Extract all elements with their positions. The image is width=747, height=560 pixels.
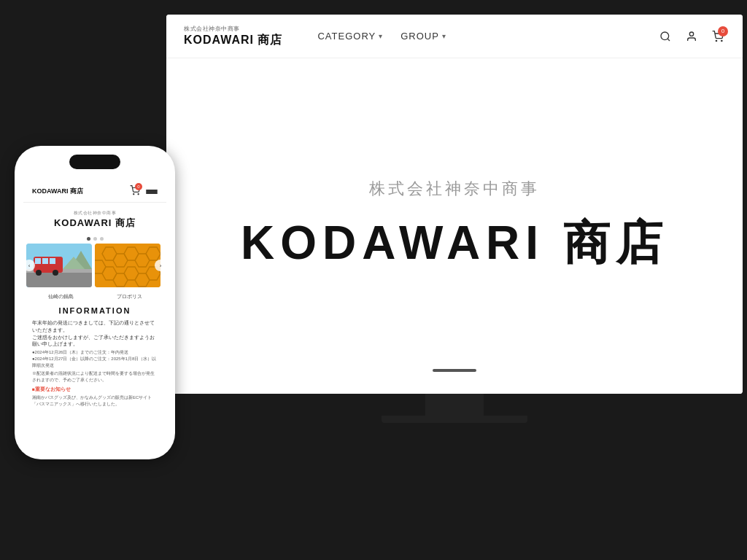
bus-image bbox=[26, 244, 92, 287]
information-main: 年末年始の発送につきましては、下記の通りとさせていただきます。 ご迷惑をおかけし… bbox=[32, 319, 158, 348]
phone-information: INFORMATION 年末年始の発送につきましては、下記の通りとさせていただき… bbox=[23, 302, 166, 412]
desktop-screen: 株式会社神奈中商事 KODAWARI 商店 CATEGORY ▾ GROUP ▾ bbox=[166, 15, 743, 394]
hero-scroll-indicator bbox=[433, 369, 476, 372]
svg-rect-12 bbox=[42, 258, 48, 264]
carousel-next-button[interactable]: › bbox=[155, 260, 166, 271]
monitor-stand bbox=[166, 394, 743, 423]
hero-subtitle: 株式会社神奈中商事 bbox=[369, 178, 540, 200]
phone-navbar: KODAWARI 商店 0 bbox=[23, 181, 166, 203]
svg-rect-11 bbox=[35, 258, 41, 264]
phone-screen: KODAWARI 商店 0 bbox=[23, 155, 166, 451]
honeycomb-image bbox=[95, 244, 160, 287]
svg-point-3 bbox=[716, 40, 716, 41]
monitor-base bbox=[382, 416, 527, 423]
svg-point-6 bbox=[138, 194, 139, 195]
phone-outer: KODAWARI 商店 0 bbox=[15, 146, 175, 459]
carousel-item-2[interactable] bbox=[95, 244, 160, 287]
phone-hero-subtitle: 株式会社神奈中商事 bbox=[32, 210, 158, 217]
phone-cart-button[interactable]: 0 bbox=[130, 185, 140, 198]
desktop-logo[interactable]: 株式会社神奈中商事 KODAWARI 商店 bbox=[184, 25, 282, 48]
svg-point-0 bbox=[661, 32, 669, 40]
mobile-phone: KODAWARI 商店 0 bbox=[15, 146, 175, 459]
phone-hero: 株式会社神奈中商事 KODAWARI 商店 bbox=[23, 203, 166, 234]
information-red-title: ■重要なお知らせ bbox=[32, 386, 158, 393]
carousel-dot-1[interactable] bbox=[87, 237, 90, 241]
cart-badge: 0 bbox=[718, 26, 728, 36]
hero-title: KODAWARI 商店 bbox=[241, 211, 668, 275]
carousel-item-1[interactable] bbox=[26, 244, 92, 287]
phone-nav-icons: 0 bbox=[130, 185, 158, 198]
svg-point-4 bbox=[721, 40, 722, 41]
phone-cart-badge: 0 bbox=[135, 183, 142, 190]
svg-line-1 bbox=[667, 39, 670, 41]
desktop-nav-category[interactable]: CATEGORY ▾ bbox=[317, 31, 383, 42]
chevron-down-icon: ▾ bbox=[442, 32, 446, 40]
desktop-nav-group-label: GROUP bbox=[400, 31, 439, 42]
carousel-dot-2[interactable] bbox=[93, 237, 97, 241]
desktop-hero: 株式会社神奈中商事 KODAWARI 商店 bbox=[166, 58, 743, 394]
carousel-label-1: 仙崎の鍋島 bbox=[48, 293, 74, 300]
search-button[interactable] bbox=[658, 29, 673, 44]
desktop-nav-group[interactable]: GROUP ▾ bbox=[400, 31, 446, 42]
phone-island bbox=[69, 155, 120, 169]
desktop-nav-category-label: CATEGORY bbox=[317, 31, 376, 42]
carousel-label-2: プロポリス bbox=[117, 293, 142, 300]
desktop-logo-title: KODAWARI 商店 bbox=[184, 33, 282, 48]
svg-rect-13 bbox=[50, 258, 55, 264]
phone-logo: KODAWARI 商店 bbox=[32, 187, 83, 196]
desktop-nav-icons: 0 bbox=[658, 29, 725, 44]
desktop-monitor: 株式会社神奈中商事 KODAWARI 商店 CATEGORY ▾ GROUP ▾ bbox=[166, 15, 743, 423]
carousel-dot-3[interactable] bbox=[100, 237, 104, 241]
information-title: INFORMATION bbox=[32, 306, 158, 315]
carousel-inner bbox=[23, 244, 166, 287]
svg-point-15 bbox=[53, 270, 58, 276]
phone-carousel: ‹ bbox=[23, 244, 166, 287]
svg-point-5 bbox=[133, 194, 134, 195]
phone-content: KODAWARI 商店 0 bbox=[23, 155, 166, 451]
svg-point-14 bbox=[36, 270, 42, 276]
phone-hero-title: KODAWARI 商店 bbox=[32, 217, 158, 230]
carousel-prev-button[interactable]: ‹ bbox=[23, 260, 35, 271]
monitor-neck bbox=[425, 394, 484, 416]
desktop-navbar: 株式会社神奈中商事 KODAWARI 商店 CATEGORY ▾ GROUP ▾ bbox=[166, 15, 743, 58]
information-red-text: 湘南かバスグッズ及び、かなみんグッズの販売は新ECサイト「バスマニアックス」へ移… bbox=[32, 394, 158, 408]
chevron-down-icon: ▾ bbox=[379, 32, 383, 40]
information-bullets: ●2024年12月26日（木）までのご注文：年内発送 ●2024年12月27日（… bbox=[32, 349, 158, 384]
carousel-dots bbox=[23, 237, 166, 241]
account-button[interactable] bbox=[684, 29, 699, 44]
desktop-nav-links: CATEGORY ▾ GROUP ▾ bbox=[317, 31, 635, 42]
cart-button[interactable]: 0 bbox=[711, 29, 725, 44]
hamburger-line bbox=[146, 192, 158, 194]
svg-point-2 bbox=[689, 32, 693, 36]
desktop-logo-subtitle: 株式会社神奈中商事 bbox=[184, 25, 282, 33]
carousel-labels: 仙崎の鍋島 プロポリス bbox=[23, 292, 166, 302]
phone-menu-button[interactable] bbox=[146, 190, 158, 194]
